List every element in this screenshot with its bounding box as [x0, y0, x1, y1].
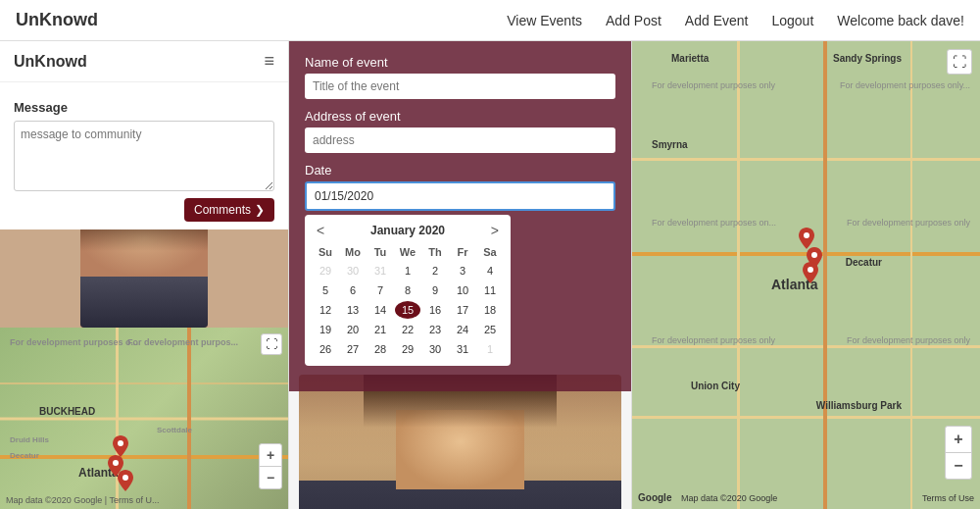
event-name-label: Name of event: [305, 55, 615, 70]
cal-day-14[interactable]: 14: [368, 301, 393, 319]
cal-day-26[interactable]: 26: [313, 340, 338, 358]
post-main-image: [299, 375, 621, 509]
map-road-rv2: [823, 41, 827, 509]
map-road-h2: [0, 382, 288, 384]
cal-day-11[interactable]: 11: [477, 281, 503, 299]
calendar-next-btn[interactable]: >: [487, 223, 503, 238]
map-road-h3: [0, 455, 288, 459]
message-textarea[interactable]: [14, 121, 274, 191]
calendar-month-year: January 2020: [370, 224, 445, 237]
map-road-h1: [0, 417, 288, 420]
nav-logout[interactable]: Logout: [771, 13, 813, 28]
cal-day-7[interactable]: 7: [368, 281, 393, 299]
event-name-group: Name of event: [305, 55, 615, 99]
map-road-rh1: [632, 158, 980, 161]
map-road-rh4: [632, 416, 980, 419]
cal-header-mo: Mo: [340, 244, 366, 260]
cal-day-1-feb[interactable]: 1: [477, 340, 503, 358]
zoom-in-btn-left[interactable]: +: [260, 444, 281, 466]
map-label-smyrna: Smyrna: [652, 139, 688, 150]
comments-arrow-icon: ❯: [255, 203, 265, 217]
map-label-decatur-left: Decatur: [10, 451, 39, 460]
cal-day-29[interactable]: 29: [395, 340, 420, 358]
zoom-controls-left: + −: [259, 443, 282, 489]
zoom-out-btn-left[interactable]: −: [260, 467, 281, 488]
cal-day-20[interactable]: 20: [340, 321, 366, 338]
cal-day-29-dec[interactable]: 29: [313, 262, 338, 280]
cal-day-31[interactable]: 31: [450, 340, 475, 358]
map-dev-label-6: For development purposes only: [847, 335, 970, 345]
message-section-label: Message: [14, 100, 274, 115]
map-dev-label-5: For development purposes only: [652, 335, 775, 345]
cal-day-16[interactable]: 16: [422, 301, 448, 319]
cal-day-15-today[interactable]: 15: [395, 301, 420, 319]
svg-point-3: [804, 232, 809, 238]
cal-day-9[interactable]: 9: [422, 281, 448, 299]
cal-day-24[interactable]: 24: [450, 321, 475, 338]
cal-day-4[interactable]: 4: [477, 262, 503, 280]
event-date-label: Date: [305, 163, 615, 178]
cal-day-5[interactable]: 5: [313, 281, 338, 299]
svg-point-4: [811, 252, 817, 258]
cal-header-tu: Tu: [368, 244, 393, 260]
map-label-williamsburg: Williamsburg Park: [816, 400, 902, 411]
nav-add-post[interactable]: Add Post: [606, 13, 662, 28]
cal-day-22[interactable]: 22: [395, 321, 420, 338]
cal-day-19[interactable]: 19: [313, 321, 338, 338]
right-panel-map: Marietta Sandy Springs For development p…: [632, 41, 980, 509]
event-date-input[interactable]: [305, 181, 615, 211]
map-label-druid: Druid Hills: [10, 435, 49, 444]
cal-day-31-dec[interactable]: 31: [368, 262, 393, 280]
cal-day-17[interactable]: 17: [450, 301, 475, 319]
cal-day-12[interactable]: 12: [313, 301, 338, 319]
hamburger-icon[interactable]: ≡: [264, 51, 274, 72]
fullscreen-btn-right[interactable]: ⛶: [947, 49, 972, 75]
map-label-development-left: For development purposes o...: [10, 337, 138, 347]
map-pin-right-3[interactable]: [803, 262, 818, 286]
map-terms[interactable]: Terms of Use: [922, 493, 974, 503]
comments-button[interactable]: Comments ❯: [184, 198, 274, 222]
left-panel-content: Message Comments ❯ Photo Choose File no …: [0, 82, 288, 229]
zoom-out-btn-right[interactable]: −: [946, 453, 971, 479]
main-layout: UnKnowd ≡ Message Comments ❯ Photo Choos…: [0, 41, 980, 509]
svg-point-5: [808, 267, 813, 273]
cal-day-21[interactable]: 21: [368, 321, 393, 338]
cal-day-13[interactable]: 13: [340, 301, 366, 319]
cal-header-fr: Fr: [450, 244, 475, 260]
cal-day-18[interactable]: 18: [477, 301, 503, 319]
map-road-v2: [187, 328, 191, 509]
event-date-group: Date < January 2020 > Su Mo Tu We Th: [305, 163, 615, 366]
map-copyright-left: Map data ©2020 Google | Terms of U...: [6, 495, 159, 505]
google-logo: Google: [638, 492, 671, 503]
cal-day-25[interactable]: 25: [477, 321, 503, 338]
top-navigation: UnKnowd View Events Add Post Add Event L…: [0, 0, 980, 41]
map-label-marietta: Marietta: [671, 53, 709, 64]
cal-day-6[interactable]: 6: [340, 281, 366, 299]
cal-day-28[interactable]: 28: [368, 340, 393, 358]
map-dev-label-4: For development purposes only: [847, 218, 970, 228]
fullscreen-btn-left[interactable]: ⛶: [261, 333, 282, 355]
cal-day-23[interactable]: 23: [422, 321, 448, 338]
map-label-sandy-springs: Sandy Springs: [833, 53, 902, 64]
nav-view-events[interactable]: View Events: [507, 13, 582, 28]
zoom-in-btn-right[interactable]: +: [946, 427, 971, 452]
cal-header-su: Su: [313, 244, 338, 260]
cal-day-1[interactable]: 1: [395, 262, 420, 280]
event-address-input[interactable]: [305, 127, 615, 153]
cal-day-8[interactable]: 8: [395, 281, 420, 299]
clothing-area: [80, 277, 208, 328]
cal-day-10[interactable]: 10: [450, 281, 475, 299]
cal-day-3[interactable]: 3: [450, 262, 475, 280]
left-panel: UnKnowd ≡ Message Comments ❯ Photo Choos…: [0, 41, 289, 509]
event-name-input[interactable]: [305, 74, 615, 99]
cal-day-27[interactable]: 27: [340, 340, 366, 358]
cal-day-2[interactable]: 2: [422, 262, 448, 280]
cal-day-30[interactable]: 30: [422, 340, 448, 358]
calendar-prev-btn[interactable]: <: [313, 223, 328, 238]
map-dev-label-3: For development purposes on...: [652, 218, 776, 228]
cal-day-30-dec[interactable]: 30: [340, 262, 366, 280]
left-logo: UnKnowd: [14, 53, 87, 71]
nav-add-event[interactable]: Add Event: [685, 13, 749, 28]
cal-header-sa: Sa: [477, 244, 503, 260]
map-pin-left-3[interactable]: [118, 470, 133, 494]
